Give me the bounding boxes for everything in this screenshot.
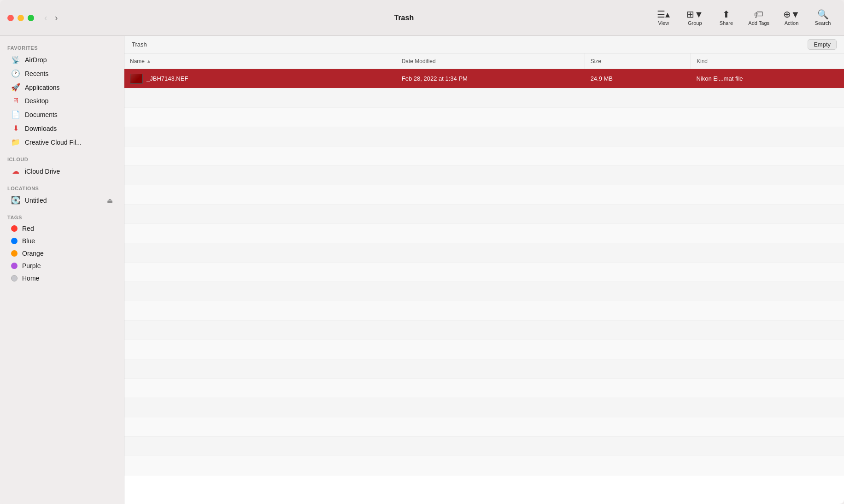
sidebar-item-tag-home[interactable]: Home <box>4 272 120 284</box>
sidebar-item-applications[interactable]: 🚀 Applications <box>4 81 120 94</box>
col-kind-label: Kind <box>697 58 708 64</box>
empty-row <box>124 456 844 475</box>
maximize-button[interactable] <box>28 15 34 21</box>
group-label: Group <box>688 20 702 26</box>
file-size-label: 24.9 MB <box>591 75 613 82</box>
file-name-label: _JBH7143.NEF <box>147 75 188 82</box>
finder-window: ‹ › Trash ☰▴ View ⊞▼ Group ⬆ Share 🏷 Add… <box>0 0 844 504</box>
col-date-label: Date Modified <box>402 58 436 64</box>
sidebar-item-downloads[interactable]: ⬇ Downloads <box>4 122 120 135</box>
add-tags-button[interactable]: 🏷 Add Tags <box>744 8 774 28</box>
sidebar-item-documents-label: Documents <box>25 111 58 118</box>
sidebar-item-documents[interactable]: 📄 Documents <box>4 108 120 121</box>
red-tag-dot <box>11 225 18 232</box>
empty-row <box>124 205 844 224</box>
empty-row <box>124 301 844 321</box>
titlebar: ‹ › Trash ☰▴ View ⊞▼ Group ⬆ Share 🏷 Add… <box>0 0 844 36</box>
favorites-header: Favorites <box>0 41 124 53</box>
sidebar-item-recents[interactable]: 🕐 Recents <box>4 67 120 80</box>
window-controls <box>7 15 34 21</box>
sort-arrow-icon: ▲ <box>147 59 151 64</box>
empty-row <box>124 147 844 166</box>
empty-row <box>124 359 844 379</box>
sidebar-item-tag-orange-label: Orange <box>22 250 44 257</box>
drive-icon: 💽 <box>11 196 20 205</box>
sidebar-item-icloud-label: iCloud Drive <box>25 168 60 175</box>
empty-row <box>124 243 844 263</box>
minimize-button[interactable] <box>18 15 24 21</box>
tag-icon: 🏷 <box>754 10 763 19</box>
col-header-name[interactable]: Name ▲ <box>124 53 396 69</box>
recents-icon: 🕐 <box>11 69 20 78</box>
view-button[interactable]: ☰▴ View <box>650 8 677 28</box>
sidebar: Favorites 📡 AirDrop 🕐 Recents 🚀 Applicat… <box>0 36 124 504</box>
search-icon: 🔍 <box>817 10 829 19</box>
share-icon: ⬆ <box>722 10 730 19</box>
action-icon: ⊕▼ <box>783 10 800 19</box>
share-label: Share <box>720 20 733 26</box>
action-label: Action <box>785 20 799 26</box>
purple-tag-dot <box>11 263 18 269</box>
sidebar-item-tag-red-label: Red <box>22 225 34 232</box>
sidebar-item-tag-red[interactable]: Red <box>4 223 120 234</box>
group-button[interactable]: ⊞▼ Group <box>681 8 709 28</box>
sidebar-item-airdrop[interactable]: 📡 AirDrop <box>4 53 120 66</box>
location-label: Trash <box>132 41 808 48</box>
sidebar-item-desktop-label: Desktop <box>25 97 48 105</box>
sidebar-item-icloud-drive[interactable]: ☁ iCloud Drive <box>4 164 120 178</box>
blue-tag-dot <box>11 238 18 244</box>
sidebar-item-creative-cloud-label: Creative Cloud Fil... <box>25 139 82 146</box>
empty-row <box>124 398 844 417</box>
sidebar-item-airdrop-label: AirDrop <box>25 56 47 64</box>
empty-button[interactable]: Empty <box>808 39 837 50</box>
sidebar-item-recents-label: Recents <box>25 70 48 77</box>
share-button[interactable]: ⬆ Share <box>712 8 740 28</box>
sidebar-item-tag-purple-label: Purple <box>22 262 41 270</box>
forward-button[interactable]: › <box>52 11 61 25</box>
file-kind-cell: Nikon El...mat file <box>691 69 844 88</box>
sidebar-item-tag-blue-label: Blue <box>22 237 35 245</box>
col-size-label: Size <box>591 58 601 64</box>
documents-icon: 📄 <box>11 110 20 119</box>
empty-row <box>124 127 844 147</box>
close-button[interactable] <box>7 15 14 21</box>
applications-icon: 🚀 <box>11 83 20 92</box>
location-bar: Trash Empty <box>124 36 844 53</box>
col-header-size[interactable]: Size <box>585 53 691 69</box>
sidebar-item-untitled[interactable]: 💽 Untitled ⏏ <box>4 193 120 207</box>
back-button[interactable]: ‹ <box>41 11 50 25</box>
empty-row <box>124 185 844 205</box>
orange-tag-dot <box>11 250 18 257</box>
sidebar-item-desktop[interactable]: 🖥 Desktop <box>4 94 120 107</box>
icloud-header: iCloud <box>0 153 124 164</box>
eject-button[interactable]: ⏏ <box>107 197 113 204</box>
search-button[interactable]: 🔍 Search <box>809 8 837 28</box>
column-headers: Name ▲ Date Modified Size Kind <box>124 53 844 69</box>
view-icon: ☰▴ <box>657 10 670 19</box>
tags-header: Tags <box>0 211 124 222</box>
col-header-kind[interactable]: Kind <box>691 53 844 69</box>
col-name-label: Name <box>130 58 145 64</box>
content-area: Favorites 📡 AirDrop 🕐 Recents 🚀 Applicat… <box>0 36 844 504</box>
sidebar-item-tag-purple[interactable]: Purple <box>4 260 120 272</box>
file-date-cell: Feb 28, 2022 at 1:34 PM <box>396 69 585 88</box>
view-label: View <box>658 20 669 26</box>
empty-row <box>124 437 844 456</box>
file-size-cell: 24.9 MB <box>585 69 691 88</box>
desktop-icon: 🖥 <box>11 97 20 105</box>
file-row[interactable]: _JBH7143.NEF Feb 28, 2022 at 1:34 PM 24.… <box>124 69 844 88</box>
empty-row <box>124 224 844 243</box>
empty-row <box>124 88 844 108</box>
add-tags-label: Add Tags <box>748 20 769 26</box>
downloads-icon: ⬇ <box>11 124 20 133</box>
sidebar-item-tag-blue[interactable]: Blue <box>4 235 120 247</box>
sidebar-item-creative-cloud[interactable]: 📁 Creative Cloud Fil... <box>4 135 120 149</box>
col-header-date[interactable]: Date Modified <box>396 53 585 69</box>
sidebar-item-tag-orange[interactable]: Orange <box>4 247 120 259</box>
file-date-label: Feb 28, 2022 at 1:34 PM <box>402 75 468 82</box>
toolbar-actions: ☰▴ View ⊞▼ Group ⬆ Share 🏷 Add Tags ⊕▼ A… <box>650 8 837 28</box>
empty-row <box>124 321 844 340</box>
action-button[interactable]: ⊕▼ Action <box>778 8 805 28</box>
search-label: Search <box>815 20 831 26</box>
sidebar-item-downloads-label: Downloads <box>25 125 57 132</box>
